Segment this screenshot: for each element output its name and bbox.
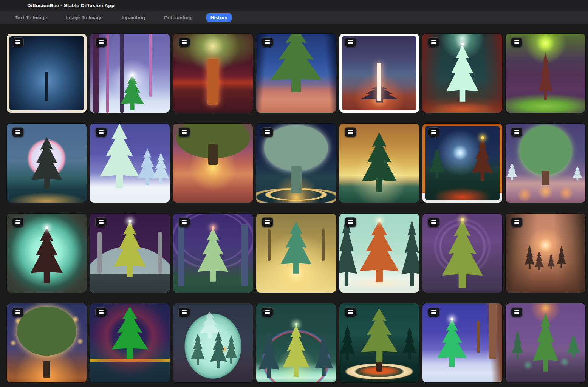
thumbnail-menu-button[interactable] (12, 307, 24, 317)
star-glow (295, 323, 297, 326)
thumbnail-menu-button[interactable] (178, 127, 190, 137)
thumbnail-menu-button[interactable] (95, 127, 107, 137)
thumbnail-menu-button[interactable] (345, 217, 356, 227)
tree-shape (439, 220, 485, 288)
history-thumbnail[interactable] (173, 214, 253, 293)
hamburger-icon (514, 220, 519, 224)
history-thumbnail[interactable] (422, 124, 502, 203)
tree-shape (402, 327, 418, 359)
thumbnail-menu-button[interactable] (511, 217, 523, 227)
tree-shape (149, 34, 152, 97)
hamburger-icon (182, 310, 187, 314)
history-thumbnail[interactable] (506, 303, 585, 382)
thumbnail-menu-button[interactable] (511, 307, 523, 317)
history-thumbnail[interactable] (173, 303, 253, 382)
history-thumbnail[interactable] (7, 303, 87, 382)
generated-image (342, 36, 416, 110)
tree-shape (158, 232, 162, 274)
tree-shape (28, 228, 65, 283)
history-thumbnail[interactable] (90, 124, 170, 203)
tree-shape (556, 246, 566, 268)
thumbnail-menu-button[interactable] (178, 37, 190, 47)
history-thumbnail[interactable] (339, 34, 419, 113)
tree-shape (43, 361, 50, 378)
hamburger-icon (265, 310, 270, 314)
history-thumbnail[interactable] (7, 214, 87, 293)
star-glow (461, 43, 464, 46)
thumbnail-menu-button[interactable] (262, 37, 273, 47)
thumbnail-menu-button[interactable] (262, 127, 273, 137)
tree-shape (547, 254, 556, 270)
tree-shape (178, 224, 184, 286)
tree-shape (428, 149, 446, 178)
history-thumbnail[interactable] (90, 214, 170, 293)
history-thumbnail[interactable] (256, 303, 336, 382)
tab-image-to-image[interactable]: Image To Image (62, 13, 107, 22)
thumbnail-menu-button[interactable] (345, 307, 356, 317)
history-thumbnail[interactable] (506, 124, 585, 203)
hamburger-icon (182, 220, 187, 224)
history-thumbnail[interactable] (90, 303, 170, 382)
history-thumbnail[interactable] (506, 34, 585, 113)
tab-text-to-image[interactable]: Text To Image (11, 13, 51, 22)
title-bar: DiffusionBee - Stable Diffusion App (0, 0, 588, 11)
thumbnail-menu-button[interactable] (428, 37, 439, 47)
history-thumbnail[interactable] (339, 303, 419, 382)
star-glow (128, 220, 131, 223)
thumbnail-menu-button[interactable] (178, 307, 190, 317)
thumbnail-menu-button[interactable] (345, 127, 356, 137)
thumbnail-menu-button[interactable] (95, 37, 107, 47)
hamburger-icon (99, 130, 104, 134)
history-thumbnail[interactable] (173, 34, 253, 113)
tab-history[interactable]: History (206, 13, 232, 22)
history-thumbnail[interactable] (506, 214, 585, 293)
history-thumbnail[interactable] (173, 124, 253, 203)
generated-image (9, 36, 84, 110)
tree-shape (377, 63, 382, 101)
thumbnail-menu-button[interactable] (511, 127, 523, 137)
history-thumbnail[interactable] (339, 214, 419, 293)
tree-shape (470, 138, 494, 181)
thumbnail-menu-button[interactable] (95, 217, 107, 227)
history-grid (0, 24, 588, 387)
history-thumbnail[interactable] (422, 303, 502, 382)
thumbnail-menu-button[interactable] (262, 307, 273, 317)
thumbnail-menu-button[interactable] (178, 217, 190, 227)
hamburger-icon (348, 40, 353, 44)
star-glow (378, 219, 381, 222)
thumbnail-menu-button[interactable] (262, 217, 273, 227)
thumbnail-menu-button[interactable] (428, 307, 439, 317)
tree-shape (400, 220, 419, 286)
window-title: DiffusionBee - Stable Diffusion App (27, 3, 115, 8)
history-thumbnail[interactable] (339, 124, 419, 203)
history-thumbnail[interactable] (256, 214, 336, 293)
history-thumbnail[interactable] (90, 34, 170, 113)
tab-inpainting[interactable]: Inpainting (118, 13, 149, 22)
thumbnail-menu-button[interactable] (12, 217, 24, 227)
tree-shape (520, 126, 571, 175)
history-thumbnail[interactable] (7, 124, 87, 203)
tab-outpainting[interactable]: Outpainting (160, 13, 196, 22)
tree-shape (190, 333, 206, 365)
thumbnail-menu-button[interactable] (428, 127, 439, 137)
history-thumbnail[interactable] (256, 34, 336, 113)
thumbnail-menu-button[interactable] (511, 37, 523, 47)
thumbnail-menu-button[interactable] (12, 37, 24, 47)
hamburger-icon (348, 220, 353, 224)
thumbnail-menu-button[interactable] (428, 217, 439, 227)
thumbnail-menu-button[interactable] (345, 37, 356, 47)
thumbnail-menu-button[interactable] (12, 127, 24, 137)
hamburger-icon (99, 310, 104, 314)
tree-shape (45, 72, 48, 101)
tree-shape (195, 228, 231, 282)
history-thumbnail[interactable] (256, 124, 336, 203)
thumbnail-menu-button[interactable] (95, 307, 107, 317)
tree-shape (359, 308, 400, 362)
history-thumbnail[interactable] (422, 214, 502, 293)
history-thumbnail[interactable] (7, 34, 87, 113)
tree-shape (435, 319, 469, 367)
history-thumbnail[interactable] (422, 34, 502, 113)
hamburger-icon (348, 130, 353, 134)
tree-shape (279, 221, 314, 274)
tree-shape (339, 326, 356, 361)
